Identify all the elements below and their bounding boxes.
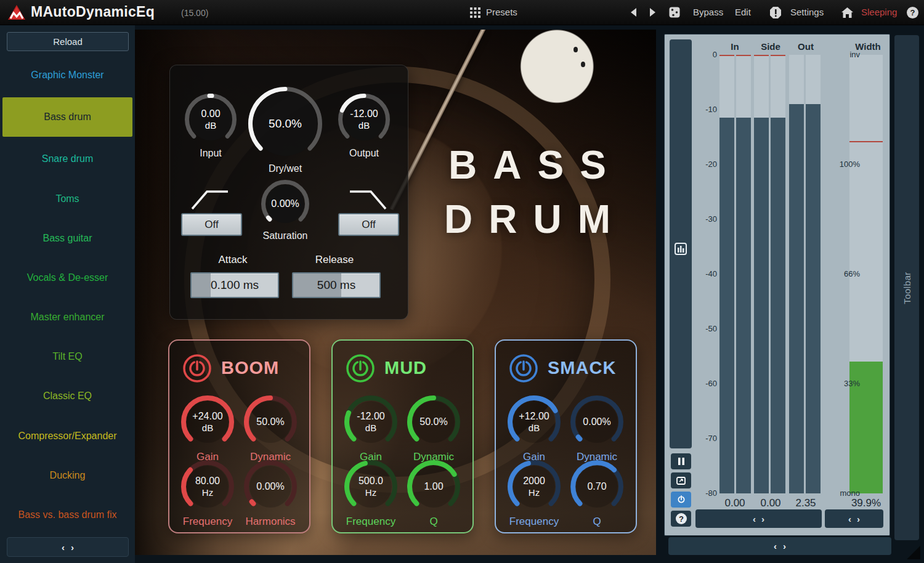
help-icon[interactable]: ? bbox=[907, 0, 918, 25]
smack-dynamic-knob[interactable]: 0.00%Dynamic bbox=[570, 395, 624, 449]
sidebar-item-bass-drum[interactable]: Bass drum bbox=[2, 97, 132, 137]
band-title: BOOM bbox=[221, 358, 279, 378]
bottom-scrollbar[interactable]: ‹ › bbox=[668, 537, 891, 555]
width-scale-label: mono bbox=[820, 488, 860, 498]
sidebar-item-tilt-eq[interactable]: Tilt EQ bbox=[0, 337, 135, 376]
sidebar-item-vocals-de-esser[interactable]: Vocals & De-esser bbox=[0, 258, 135, 298]
sidebar-item-graphic-monster[interactable]: Graphic Monster bbox=[0, 55, 135, 95]
lowpass-off-button[interactable]: Off bbox=[338, 213, 399, 236]
presets-grid-icon[interactable] bbox=[470, 0, 480, 25]
sidebar-item-master-enhancer[interactable]: Master enhancer bbox=[0, 298, 135, 337]
smack-gain-knob[interactable]: +12.00dBGain bbox=[507, 395, 561, 449]
saturation-knob[interactable]: 0.00%Saturation bbox=[261, 179, 310, 229]
sidebar-item-classic-eq[interactable]: Classic EQ bbox=[0, 376, 135, 416]
band-power-icon[interactable] bbox=[508, 353, 539, 384]
next-preset-icon[interactable] bbox=[649, 0, 655, 25]
edit-button[interactable]: Edit bbox=[735, 7, 751, 17]
svg-text:?: ? bbox=[679, 514, 684, 524]
meter-bar-in bbox=[736, 55, 751, 493]
sidebar-pager[interactable]: ‹ › bbox=[7, 537, 129, 557]
knob-label: Saturation bbox=[224, 230, 347, 241]
meters-enable-button[interactable] bbox=[671, 492, 691, 508]
db-scale-label: -20 bbox=[689, 160, 717, 169]
input-gain-knob[interactable]: 0.00dBInput bbox=[184, 93, 237, 146]
scroll-right-icon: › bbox=[783, 541, 786, 551]
pager-left-icon[interactable]: ‹ bbox=[62, 542, 65, 553]
preset-list: Graphic MonsterBass drumSnare drumTomsBa… bbox=[0, 55, 135, 535]
sidebar-item-snare-drum[interactable]: Snare drum bbox=[0, 139, 135, 179]
mud-frequency-knob[interactable]: 500.0HzFrequency bbox=[344, 460, 398, 514]
melda-logo-icon bbox=[7, 4, 26, 20]
band-power-icon[interactable] bbox=[345, 353, 376, 384]
hero-line-1: BASS bbox=[369, 138, 656, 192]
mud-gain-knob[interactable]: -12.00dBGain bbox=[344, 395, 398, 449]
release-slider[interactable]: 500 ms bbox=[292, 272, 381, 298]
band-panel-boom: BOOM+24.00dBGain50.0%Dynamic80.00HzFrequ… bbox=[168, 339, 310, 533]
sidebar-item-bass-vs-bass-drum-fix[interactable]: Bass vs. bass drum fix bbox=[0, 495, 135, 535]
knob-label: Dry/wet bbox=[224, 163, 347, 174]
boom-frequency-knob[interactable]: 80.00HzFrequency bbox=[180, 460, 235, 514]
scroll-left-icon: ‹ bbox=[774, 541, 777, 551]
resize-handle[interactable] bbox=[907, 546, 920, 559]
popout-meters-button[interactable] bbox=[671, 472, 691, 488]
boom-harmonics-knob[interactable]: 0.00%Harmonics bbox=[243, 460, 298, 514]
warning-icon[interactable] bbox=[770, 0, 781, 25]
sidebar-item-bass-guitar[interactable]: Bass guitar bbox=[0, 219, 135, 258]
settings-button[interactable]: Settings bbox=[790, 7, 824, 17]
pause-meters-button[interactable] bbox=[671, 453, 691, 469]
home-icon[interactable] bbox=[841, 0, 853, 25]
band-panel-mud: MUD-12.00dBGain50.0%Dynamic500.0HzFreque… bbox=[331, 339, 474, 533]
sidebar-item-compressor-expander[interactable]: Compressor/Expander bbox=[0, 416, 135, 456]
preset-sidebar: Reload Graphic MonsterBass drumSnare dru… bbox=[0, 25, 135, 563]
db-scale-label: -60 bbox=[689, 379, 717, 388]
sidebar-item-ducking[interactable]: Ducking bbox=[0, 456, 135, 495]
sleeping-status[interactable]: Sleeping bbox=[861, 7, 897, 17]
smack-frequency-knob[interactable]: 2000HzFrequency bbox=[507, 460, 561, 514]
db-scale-label: -40 bbox=[689, 269, 717, 278]
meter-help-button[interactable]: ? bbox=[671, 511, 691, 527]
analyzer-icon[interactable] bbox=[675, 243, 687, 255]
db-scale-label: -50 bbox=[689, 324, 717, 333]
width-scale-label: 66% bbox=[820, 269, 860, 278]
release-value: 500 ms bbox=[293, 273, 379, 297]
meter-side-strip[interactable] bbox=[670, 39, 692, 448]
band-title: MUD bbox=[384, 358, 427, 378]
mud-dynamic-knob[interactable]: 50.0%Dynamic bbox=[407, 395, 461, 449]
width-meter-value: 39.9% bbox=[845, 497, 888, 509]
previous-preset-icon[interactable] bbox=[631, 0, 637, 25]
boom-gain-knob[interactable]: +24.00dBGain bbox=[180, 395, 235, 449]
pager-right-icon[interactable]: › bbox=[71, 542, 74, 553]
smack-q-knob[interactable]: 0.70Q bbox=[570, 460, 624, 514]
db-scale-label: -80 bbox=[689, 488, 717, 498]
app-title: MAutoDynamicEq bbox=[31, 4, 155, 20]
app-version: (15.00) bbox=[181, 8, 208, 18]
meter-scrollbar-width[interactable]: ‹› bbox=[825, 509, 883, 528]
boom-dynamic-knob[interactable]: 50.0%Dynamic bbox=[243, 395, 298, 449]
highpass-off-button[interactable]: Off bbox=[181, 213, 242, 236]
meter-bar-in bbox=[719, 55, 734, 493]
attack-slider[interactable]: 0.100 ms bbox=[190, 272, 279, 298]
width-scale-label: 100% bbox=[820, 160, 860, 169]
meter-panel: InSideOutWidth0-10-20-30-40-50-60-70-800… bbox=[664, 34, 890, 536]
width-scale-label: 33% bbox=[820, 379, 860, 388]
meter-scrollbar-main[interactable]: ‹› bbox=[695, 509, 822, 528]
reload-button[interactable]: Reload bbox=[7, 32, 129, 51]
sidebar-item-toms[interactable]: Toms bbox=[0, 179, 135, 219]
output-gain-knob[interactable]: -12.00dBOutput bbox=[338, 93, 391, 146]
svg-text:?: ? bbox=[910, 8, 915, 17]
meter-bar-out bbox=[789, 55, 804, 493]
band-power-icon[interactable] bbox=[182, 353, 213, 384]
lowpass-filter-icon bbox=[347, 184, 388, 211]
toolbar-strip[interactable]: Toolbar bbox=[894, 35, 919, 540]
random-preset-dice-icon[interactable] bbox=[669, 0, 680, 25]
release-label: Release bbox=[273, 254, 396, 266]
attack-value: 0.100 ms bbox=[192, 273, 278, 297]
mud-q-knob[interactable]: 1.00Q bbox=[407, 460, 461, 514]
bypass-button[interactable]: Bypass bbox=[693, 7, 723, 17]
hero-line-2: DRUM bbox=[369, 192, 656, 246]
global-settings-panel: 0.00dBInput 50.0%Dry/wet -12.00dBOutput … bbox=[169, 65, 408, 320]
meter-bar-out bbox=[806, 55, 821, 493]
presets-button[interactable]: Presets bbox=[486, 7, 517, 17]
dry-wet-knob[interactable]: 50.0%Dry/wet bbox=[248, 86, 323, 161]
toolbar-label: Toolbar bbox=[902, 272, 912, 304]
